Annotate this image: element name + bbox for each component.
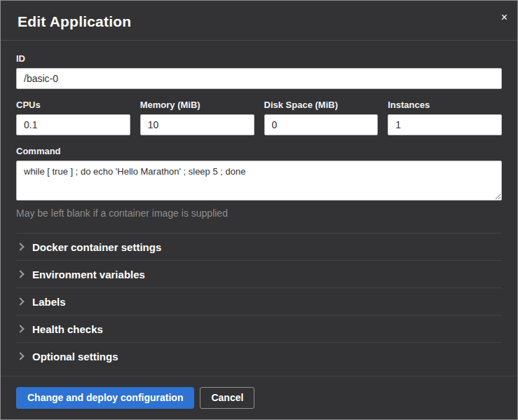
cpus-input[interactable] [16,114,130,135]
disk-field-group: Disk Space (MiB) [264,100,379,135]
section-label: Docker container settings [32,241,161,253]
section-labels[interactable]: Labels [16,287,502,315]
close-icon[interactable]: × [501,12,507,23]
page-title: Edit Application [18,13,500,30]
chevron-right-icon [16,352,24,360]
chevron-right-icon [16,297,24,305]
section-label: Optional settings [32,351,118,363]
edit-application-modal: Edit Application × ID CPUs Memory (MiB) … [1,1,517,419]
modal-header: Edit Application × [1,1,517,41]
command-textarea[interactable]: while [ true ] ; do echo 'Hello Marathon… [16,161,502,201]
resources-row: CPUs Memory (MiB) Disk Space (MiB) Insta… [16,100,502,135]
collapsible-sections: Docker container settings Environment va… [16,233,502,370]
cancel-button[interactable]: Cancel [200,387,254,409]
chevron-right-icon [16,270,24,278]
cpus-field-group: CPUs [16,100,130,135]
memory-input[interactable] [140,114,254,135]
command-field-group: Command while [ true ] ; do echo 'Hello … [16,146,502,219]
id-label: ID [16,53,502,64]
memory-field-group: Memory (MiB) [140,100,254,135]
id-input[interactable] [16,68,502,89]
modal-body: ID CPUs Memory (MiB) Disk Space (MiB) In… [1,41,517,376]
chevron-right-icon [16,325,24,332]
memory-label: Memory (MiB) [140,100,254,110]
disk-input[interactable] [264,114,379,135]
modal-footer: Change and deploy configuration Cancel [1,376,517,419]
id-field-group: ID [16,53,502,89]
section-optional-settings[interactable]: Optional settings [16,342,502,370]
section-label: Labels [32,296,66,308]
section-docker-container-settings[interactable]: Docker container settings [16,233,502,260]
instances-label: Instances [388,100,502,110]
cpus-label: CPUs [16,100,130,110]
instances-input[interactable] [388,114,502,135]
disk-label: Disk Space (MiB) [264,100,379,110]
instances-field-group: Instances [388,100,502,135]
chevron-right-icon [16,243,24,250]
section-environment-variables[interactable]: Environment variables [16,260,502,287]
change-and-deploy-button[interactable]: Change and deploy configuration [16,387,194,409]
section-label: Environment variables [32,269,145,280]
section-label: Health checks [32,323,103,335]
command-label: Command [16,146,502,156]
command-help-text: May be left blank if a container image i… [16,208,502,219]
section-health-checks[interactable]: Health checks [16,315,502,342]
